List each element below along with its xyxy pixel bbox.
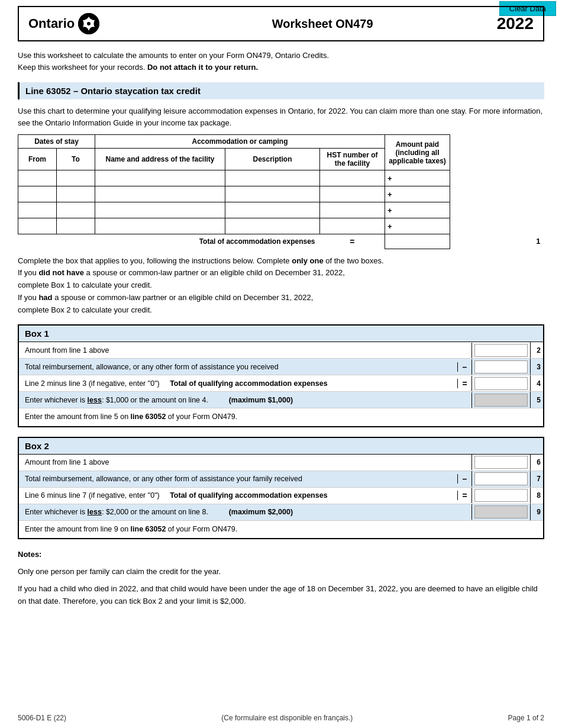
box1-linenum-3: 3 [530, 359, 543, 375]
to-input-3[interactable] [60, 205, 91, 215]
table-row: + [18, 170, 544, 186]
year-label: 2022 [497, 14, 534, 33]
from-input-4[interactable] [22, 221, 53, 231]
desc-input-4[interactable] [229, 221, 316, 231]
name-input-4[interactable] [99, 221, 221, 231]
box2-op-7: – [457, 474, 471, 484]
box1-row-2: Amount from line 1 above 2 [19, 342, 543, 359]
total-label: Total of accommodation expenses [18, 234, 320, 249]
box2-linenum-7: 7 [530, 471, 543, 487]
box1-input-wrap-2 [471, 343, 530, 358]
box2-linenum-8: 8 [530, 488, 543, 504]
table-total-row: Total of accommodation expenses = 1 [18, 234, 544, 249]
box2-input-8[interactable] [474, 489, 528, 502]
box2-input-wrap-8 [471, 488, 530, 503]
box1-label-4: Line 2 minus line 3 (if negative, enter … [19, 377, 457, 390]
box1-label-3: Total reimbursement, allowance, or any o… [19, 360, 457, 373]
amount-input-1[interactable] [395, 173, 450, 183]
box2-input-wrap-9 [471, 504, 530, 520]
trillium-icon [78, 13, 99, 34]
inst-line1-end: of the two boxes. [325, 256, 383, 265]
box1-input-3[interactable] [474, 360, 528, 373]
accommodation-table: Dates of stay Accommodation or camping A… [18, 134, 544, 249]
box1-label-2: Amount from line 1 above [19, 344, 457, 357]
box1-linenum-2: 2 [530, 342, 543, 358]
footer-page: Page 1 of 2 [508, 714, 544, 722]
box2-input-wrap-7 [471, 471, 530, 487]
box2-input-wrap-6 [471, 455, 530, 470]
col-hst-header: HST number of the facility [320, 149, 385, 170]
from-input-2[interactable] [22, 189, 53, 199]
amount-input-3[interactable] [395, 205, 450, 215]
box1-input-2[interactable] [474, 344, 528, 357]
box1-input-4[interactable] [474, 377, 528, 390]
hst-input-1[interactable] [324, 173, 381, 183]
section1-desc: Use this chart to determine your qualify… [18, 105, 544, 128]
box1-input-wrap-4 [471, 376, 530, 391]
amount-input-2[interactable] [395, 189, 450, 199]
box2-input-6[interactable] [474, 456, 528, 469]
desc-input-1[interactable] [229, 173, 316, 183]
box2-body: Amount from line 1 above 6 Total reimbur… [19, 455, 543, 539]
name-input-1[interactable] [99, 173, 221, 183]
box1-row-3: Total reimbursement, allowance, or any o… [19, 359, 543, 375]
box2-op-8: = [457, 491, 471, 500]
desc-input-3[interactable] [229, 205, 316, 215]
box1-linenum-4: 4 [530, 375, 543, 391]
box2-input-9[interactable] [474, 505, 528, 518]
table-row: + [18, 202, 544, 218]
table-row: + [18, 186, 544, 202]
footer-french-note: (Ce formulaire est disponible en françai… [221, 714, 353, 722]
ontario-text: Ontario [28, 16, 75, 31]
amount-input-4[interactable] [395, 221, 450, 231]
box2-row-6: Amount from line 1 above 6 [19, 455, 543, 471]
box1-body: Amount from line 1 above 2 Total reimbur… [19, 342, 543, 426]
name-input-3[interactable] [99, 205, 221, 215]
name-input-2[interactable] [99, 189, 221, 199]
footer: 5006-D1 E (22) (Ce formulaire est dispon… [18, 714, 544, 722]
from-input-3[interactable] [22, 205, 53, 215]
notes-section: Notes: Only one person per family can cl… [18, 549, 544, 607]
to-input-4[interactable] [60, 221, 91, 231]
inst-did-not-have: did not have [38, 268, 84, 277]
hst-input-3[interactable] [324, 205, 381, 215]
hst-input-4[interactable] [324, 221, 381, 231]
col-name-header: Name and address of the facility [95, 149, 225, 170]
box2-label-6: Amount from line 1 above [19, 456, 457, 469]
box2-label-9: Enter whichever is less: $2,000 or the a… [19, 505, 471, 518]
box2-header: Box 2 [19, 438, 543, 455]
inst-had: had [38, 293, 52, 302]
section1-header: Line 63052 – Ontario staycation tax cred… [18, 82, 544, 99]
hst-input-2[interactable] [324, 189, 381, 199]
to-input-2[interactable] [60, 189, 91, 199]
box2-label-7: Total reimbursement, allowance, or any o… [19, 472, 457, 485]
inst-only-one: only one [292, 256, 323, 265]
ontario-logo: Ontario [28, 13, 99, 34]
box1-header: Box 1 [19, 326, 543, 342]
col-amount-header: Amount paid (including all applicable ta… [385, 135, 450, 170]
box2-linenum-9: 9 [530, 504, 543, 520]
box1-note: Enter the amount from line 5 on line 630… [19, 408, 543, 426]
col-to-header: To [57, 149, 95, 170]
to-input-1[interactable] [60, 173, 91, 183]
box1-container: Box 1 Amount from line 1 above 2 Total r… [18, 324, 544, 427]
col-from-header: From [18, 149, 57, 170]
box1-input-5[interactable] [474, 394, 528, 407]
total-amount-input[interactable] [385, 236, 450, 247]
box2-container: Box 2 Amount from line 1 above 6 Total r… [18, 437, 544, 540]
box1-input-wrap-5 [471, 392, 530, 408]
notes-title: Notes: [18, 550, 41, 559]
desc-input-2[interactable] [229, 189, 316, 199]
box1-input-wrap-3 [471, 359, 530, 375]
col-dates-header: Dates of stay [18, 135, 95, 149]
box2-input-7[interactable] [474, 472, 528, 485]
col-accom-header: Accommodation or camping [95, 135, 385, 149]
from-input-1[interactable] [22, 173, 53, 183]
col-desc-header: Description [225, 149, 320, 170]
box2-row-9: Enter whichever is less: $2,000 or the a… [19, 504, 543, 521]
box2-label-8: Line 6 minus line 7 (if negative, enter … [19, 489, 457, 502]
box1-label-5: Enter whichever is less: $1,000 or the a… [19, 394, 471, 407]
intro-text: Use this worksheet to calculate the amou… [18, 50, 544, 73]
intro-line2: Keep this worksheet for your records. Do… [18, 62, 544, 73]
box2-note: Enter the amount from line 9 on line 630… [19, 521, 543, 539]
